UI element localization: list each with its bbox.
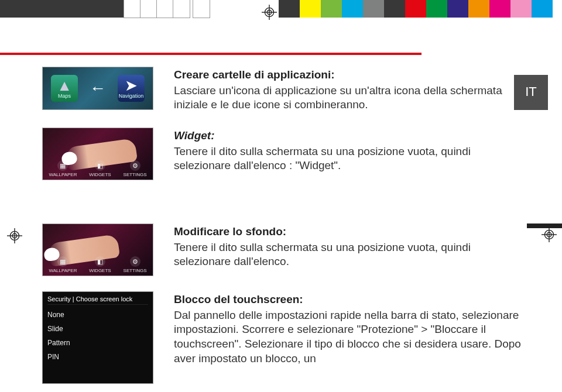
section-body: Tenere il dito sulla schermata su una po… bbox=[174, 145, 522, 173]
print-color-bar bbox=[0, 0, 562, 18]
widgets-label: WIDGETS bbox=[89, 268, 111, 273]
settings-icon: ⚙ bbox=[130, 256, 140, 267]
security-option: Pattern bbox=[47, 339, 148, 347]
settings-label: SETTINGS bbox=[124, 172, 147, 177]
color-swatch bbox=[342, 0, 363, 18]
color-swatch bbox=[426, 0, 447, 18]
section-body: Dal pannello delle impostazioni rapide n… bbox=[174, 308, 522, 366]
section-body: Tenere il dito sulla schermata su una po… bbox=[174, 240, 522, 269]
maps-glyph-icon: ▲ bbox=[57, 78, 72, 93]
section-title: Modificare lo sfondo: bbox=[174, 225, 522, 239]
registration-mark-icon bbox=[7, 228, 22, 243]
color-swatch bbox=[384, 0, 405, 18]
color-swatch bbox=[124, 0, 140, 18]
color-swatch bbox=[279, 0, 300, 18]
section-title: Blocco del touchscreen: bbox=[174, 293, 522, 307]
wallpaper-icon: ▦ bbox=[57, 256, 68, 267]
widgets-label: WIDGETS bbox=[89, 172, 111, 177]
arrow-left-icon: ← bbox=[90, 79, 106, 98]
section-body: Lasciare un'icona di applicazione su un'… bbox=[174, 84, 522, 112]
color-swatch bbox=[532, 0, 553, 18]
wallpaper-label: WALLPAPER bbox=[49, 268, 77, 273]
color-swatch bbox=[510, 0, 532, 18]
section-apps: ▲ Maps ← ➤ Navigation Creare cartelle di… bbox=[42, 67, 522, 112]
nav-glyph-icon: ➤ bbox=[125, 78, 138, 93]
color-swatch bbox=[140, 0, 157, 18]
section-lock: Security | Choose screen lock None Slide… bbox=[42, 291, 522, 384]
security-option: Slide bbox=[47, 325, 148, 333]
section-title: Widget: bbox=[174, 129, 522, 143]
color-swatch bbox=[173, 0, 190, 18]
nav-label: Navigation bbox=[119, 93, 144, 99]
registration-mark-icon bbox=[542, 227, 557, 242]
settings-label: SETTINGS bbox=[124, 268, 147, 273]
color-swatch bbox=[405, 0, 426, 18]
color-swatch bbox=[363, 0, 384, 18]
section-title: Creare cartelle di applicazioni: bbox=[174, 68, 522, 82]
color-swatch bbox=[321, 0, 342, 18]
security-option: None bbox=[47, 311, 148, 319]
color-swatch bbox=[468, 0, 489, 18]
color-swatch bbox=[157, 0, 173, 18]
color-swatch bbox=[489, 0, 510, 18]
settings-icon: ⚙ bbox=[130, 160, 140, 171]
wallpaper-icon: ▦ bbox=[57, 160, 68, 171]
widgets-icon: ◧ bbox=[95, 160, 105, 171]
security-header: Security | Choose screen lock bbox=[47, 295, 148, 305]
registration-mark-icon bbox=[262, 5, 277, 20]
widgets-icon: ◧ bbox=[95, 256, 105, 267]
color-swatch bbox=[447, 0, 468, 18]
navigation-app-icon: ➤ Navigation bbox=[118, 75, 145, 102]
thumbnail-widget: ▦WALLPAPER ◧WIDGETS ⚙SETTINGS bbox=[42, 128, 153, 180]
black-edge-mark bbox=[527, 223, 562, 228]
maps-label: Maps bbox=[58, 93, 71, 99]
color-swatch bbox=[0, 0, 124, 18]
section-wallpaper: ▦WALLPAPER ◧WIDGETS ⚙SETTINGS Modificare… bbox=[42, 223, 522, 276]
color-swatch bbox=[300, 0, 321, 18]
document-content: ▲ Maps ← ➤ Navigation Creare cartelle di… bbox=[42, 53, 522, 392]
thumbnail-wallpaper: ▦WALLPAPER ◧WIDGETS ⚙SETTINGS bbox=[42, 223, 153, 276]
security-option: PIN bbox=[47, 353, 148, 361]
thumbnail-security: Security | Choose screen lock None Slide… bbox=[42, 291, 153, 384]
maps-app-icon: ▲ Maps bbox=[51, 75, 78, 102]
section-widget: ▦WALLPAPER ◧WIDGETS ⚙SETTINGS Widget: Te… bbox=[42, 128, 522, 180]
color-swatch bbox=[193, 0, 210, 18]
thumbnail-app-folder: ▲ Maps ← ➤ Navigation bbox=[42, 67, 153, 112]
wallpaper-label: WALLPAPER bbox=[49, 172, 77, 177]
